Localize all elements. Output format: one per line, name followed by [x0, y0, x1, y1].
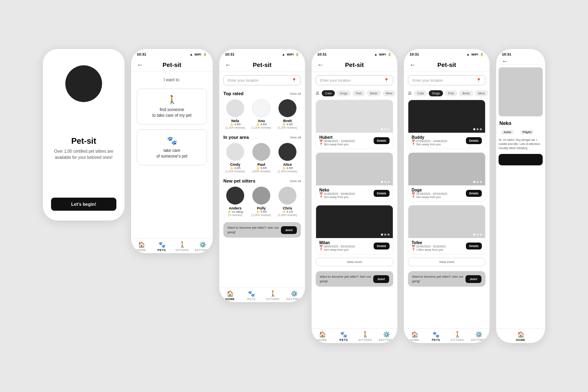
filter5-cats[interactable]: Cats	[414, 90, 427, 96]
nav4-settings[interactable]: ⚙️ SETTINGS	[376, 331, 398, 341]
nav5-pets[interactable]: 🐾 PETS	[425, 331, 447, 341]
sitter-cindy[interactable]: Cindy ⭐ 4.9/5 (1,204 reviews)	[223, 143, 247, 173]
cindy-reviews: (1,204 reviews)	[225, 170, 245, 173]
neko-details-btn[interactable]: Details	[374, 190, 390, 197]
pet-neko: Neko 📅 01/08/2023 - 03/08/2023 📍 1km awa…	[316, 152, 393, 202]
be-sitter-option[interactable]: 🐾 take care of someone's pet	[137, 129, 207, 165]
neko-detail-name: Neko	[496, 119, 545, 128]
paul-name: Paul	[257, 163, 265, 167]
search-bar-5[interactable]: Enter your location 📍	[408, 75, 486, 85]
nav-home[interactable]: 🏠 HOME	[131, 241, 151, 252]
nav-sitters[interactable]: 🚶 SITTERS	[172, 241, 192, 252]
top-rated-viewall[interactable]: View all	[290, 92, 301, 96]
back-button-3[interactable]: ←	[225, 61, 232, 69]
filter-dogs[interactable]: Dogs	[336, 90, 351, 96]
neko-dots	[381, 181, 390, 183]
signal-icon: ▲	[189, 53, 193, 56]
join-text-3: Want to become pet sitter? Join our gang…	[227, 225, 281, 234]
begin-button[interactable]: Let's begin!	[51, 198, 116, 211]
nav4-sitters[interactable]: 🚶 SITTERS	[354, 331, 376, 341]
milan-dots	[381, 234, 390, 236]
join-button-5[interactable]: Join!	[466, 275, 481, 283]
sitter-anu[interactable]: Anu ⭐ 4.9/5 (1,204 reviews)	[249, 99, 273, 129]
tofee-details: Tofee 📅 01/09/2023 - 3/19/2023 📍 1.6km a…	[412, 241, 466, 252]
chris-reviews: (1,204 reviews)	[278, 214, 297, 216]
app-title-4: Pet-sit	[345, 61, 364, 68]
neko-description: Hi, i'm Neko! Tiny bengal cat. I cuddle …	[496, 136, 545, 151]
join-button-3[interactable]: Join!	[281, 226, 297, 234]
tofee-details-btn[interactable]: Details	[466, 243, 482, 249]
find-sitter-option[interactable]: 🚶 find someone to take care of my pet	[137, 89, 207, 125]
join-text-5: Want to become pet sitter? Join our gang…	[412, 274, 466, 283]
dot3	[388, 181, 390, 183]
in-area-title: In your area	[223, 135, 249, 140]
doge-date: 📅 21/09/2023 - 03/10/2023	[412, 192, 466, 196]
nav4-pets[interactable]: 🐾 PETS	[333, 331, 355, 341]
anders-avatar	[226, 187, 244, 205]
filter-row-4: ☰ Cats Dogs Fish Birds Mice Other	[312, 89, 397, 98]
sitter-chris[interactable]: Chris ⭐ 4.1/5 (1,204 reviews)	[276, 187, 299, 216]
search-bar-3[interactable]: Enter your location 📍	[223, 75, 301, 85]
cindy-avatar	[226, 143, 244, 161]
tofee-dots	[473, 234, 482, 236]
nav6-home[interactable]: 🏠 HOME	[496, 331, 545, 341]
sitter-nela[interactable]: Nela ⭐ 4.9/5 (1,204 reviews)	[223, 99, 247, 129]
hubert-details-btn[interactable]: Details	[374, 137, 390, 144]
in-area-viewall[interactable]: View all	[290, 136, 301, 139]
filter5-mice[interactable]: Mice	[475, 90, 488, 96]
nav-sitters-label: SITTERS	[175, 249, 189, 252]
status-icons-3: ▲ WiFi 🔋	[282, 53, 299, 56]
status-bar: 10:31 ▲ WiFi 🔋	[131, 49, 213, 58]
settings-icon-4: ⚙️	[383, 331, 390, 338]
doge-details-btn[interactable]: Details	[466, 190, 482, 197]
back-button-4[interactable]: ←	[317, 61, 324, 69]
neko-cta-btn[interactable]	[499, 154, 543, 165]
filter5-birds[interactable]: Birds	[459, 90, 473, 96]
sitter-polly[interactable]: Polly ⭐ 4.4/5 (1,204 reviews)	[249, 187, 273, 216]
filter-mice[interactable]: Mice	[383, 90, 396, 96]
paul-reviews: (1005 reviews)	[252, 170, 271, 173]
milan-details-btn[interactable]: Details	[374, 243, 390, 249]
back-button-5[interactable]: ←	[410, 61, 416, 69]
doge-name: Doge	[412, 188, 466, 192]
nav5-home[interactable]: 🏠 HOME	[404, 331, 425, 341]
nav3-sitters[interactable]: 🚶 SITTERS	[262, 290, 284, 301]
nav3-pets[interactable]: 🐾 PETS	[241, 290, 263, 301]
sitter-brett[interactable]: Brett ⭐ 4.9/5 (1,204 reviews)	[276, 99, 299, 129]
join-button-4[interactable]: Join!	[373, 275, 389, 283]
nav-settings[interactable]: ⚙️ SETTINGS	[192, 241, 213, 252]
nav-home-label: HOME	[137, 249, 146, 252]
sitter-alice[interactable]: Alice ⭐ 4.9/5 (1,204 reviews)	[276, 143, 299, 173]
filter-icon-4: ☰	[316, 91, 319, 96]
buddy-details: Buddy 📅 07/08/2023 - 14/08/2023 📍 3km aw…	[412, 135, 466, 146]
battery-icon: 🔋	[203, 53, 207, 56]
nav3-settings[interactable]: ⚙️ SETTINGS	[284, 290, 305, 301]
back-button[interactable]: ←	[137, 61, 143, 69]
time-6: 10:31	[502, 52, 511, 56]
view-more-5[interactable]: View more	[408, 258, 486, 266]
nav-settings-label: SETTINGS	[194, 249, 210, 252]
sitter-anders[interactable]: Anders ⭐ no rating (5 reviews)	[223, 187, 247, 216]
nav-pets[interactable]: 🐾 PETS	[151, 241, 172, 252]
anders-name: Anders	[229, 206, 241, 210]
buddy-info: Buddy 📅 07/08/2023 - 14/08/2023 📍 3km aw…	[408, 133, 485, 149]
new-sitters-viewall[interactable]: View all	[290, 179, 301, 183]
filter-birds[interactable]: Birds	[367, 90, 381, 96]
filter5-dogs[interactable]: Dogs	[429, 90, 443, 96]
filter-cats[interactable]: Cats	[322, 90, 335, 96]
view-more-4[interactable]: View more	[316, 258, 393, 266]
nav3-home[interactable]: 🏠 HOME	[219, 290, 241, 301]
settings-icon-5: ⚙️	[475, 331, 482, 338]
back-button-6[interactable]: ←	[502, 58, 508, 65]
nav4-home[interactable]: 🏠 HOME	[312, 331, 333, 341]
filter-fish[interactable]: Fish	[352, 90, 365, 96]
signal-icon-4: ▲	[374, 53, 377, 56]
buddy-details-btn[interactable]: Details	[466, 137, 482, 144]
nav5-settings[interactable]: ⚙️ SETTINGS	[468, 331, 490, 341]
search-bar-4[interactable]: Enter your location 📍	[316, 75, 393, 85]
filter5-fish[interactable]: Fish	[445, 90, 457, 96]
dot1	[381, 128, 383, 130]
settings-icon-3: ⚙️	[291, 290, 298, 297]
nav5-sitters[interactable]: 🚶 SITTERS	[447, 331, 468, 341]
sitter-paul[interactable]: Paul ⭐ 3.9/5 (1005 reviews)	[249, 143, 273, 173]
